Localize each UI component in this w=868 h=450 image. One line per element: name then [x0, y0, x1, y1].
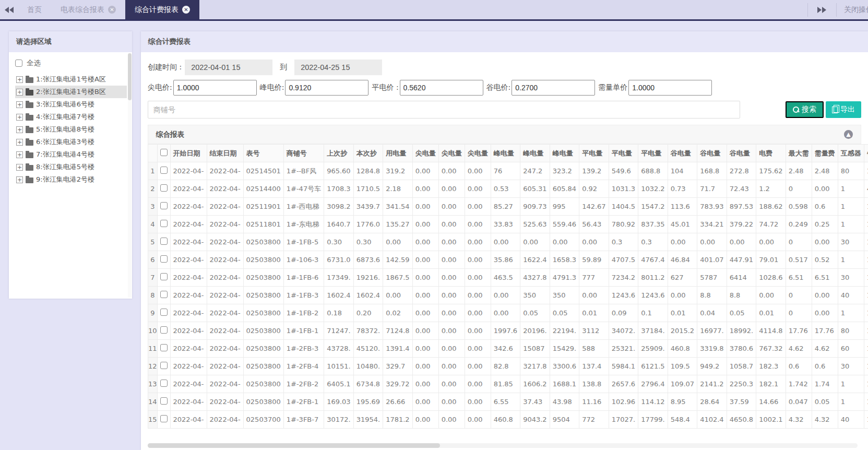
header-cell: 结束日期 — [207, 145, 243, 162]
tab-label: 电表综合报表 — [61, 5, 104, 15]
export-button[interactable]: 导出 — [826, 101, 861, 118]
row-checkbox[interactable] — [160, 167, 168, 174]
tree-item[interactable]: +5:张江集电港8号楼 — [15, 123, 127, 136]
horizontal-scrollbar-thumb[interactable] — [148, 443, 440, 448]
row-checkbox[interactable] — [160, 184, 168, 192]
table-cell: 43.98 — [550, 393, 579, 411]
expand-icon[interactable]: + — [16, 176, 23, 183]
table-cell: 1 — [838, 393, 864, 411]
tab-首页[interactable]: 首页 — [18, 0, 51, 19]
expand-icon[interactable]: + — [16, 89, 23, 96]
header-cell: 尖电量 — [438, 145, 465, 162]
table-cell: 31954. — [353, 411, 383, 429]
sidebar-scrollbar-thumb[interactable] — [128, 53, 132, 100]
row-checkbox[interactable] — [160, 326, 168, 334]
tree-item[interactable]: +9:张江集电港2号楼 — [15, 173, 127, 186]
table-cell: 0.00 — [491, 233, 520, 251]
table-cell: 0.00 — [438, 411, 465, 429]
expand-icon[interactable]: + — [16, 101, 23, 108]
close-tab-icon[interactable]: ✕ — [182, 6, 190, 14]
table-cell: 1590301 — [864, 233, 868, 251]
price-input[interactable] — [400, 80, 483, 96]
row-checkbox-cell — [157, 304, 170, 322]
tree-item[interactable]: +4:张江集电港7号楼 — [15, 111, 127, 123]
row-number: 1 — [148, 162, 158, 180]
table-cell: 1#-东电梯 — [283, 216, 324, 233]
row-checkbox[interactable] — [160, 273, 168, 280]
table-cell: 1590292 — [864, 287, 868, 304]
table-cell: 2022-04- — [207, 411, 243, 429]
table-cell: 1002.1 — [756, 411, 786, 429]
price-input[interactable] — [628, 80, 712, 96]
select-all-rows-checkbox[interactable] — [160, 149, 168, 156]
table-cell: 02503800 — [243, 233, 283, 251]
tab-电表综合报表[interactable]: 电表综合报表✕ — [51, 0, 125, 19]
table-cell: 2022-04- — [170, 216, 207, 233]
price-label: 需量单价 — [598, 83, 627, 92]
collapse-up-icon[interactable]: ▲ — [844, 130, 853, 139]
row-checkbox[interactable] — [160, 202, 168, 209]
close-tab-icon[interactable]: ✕ — [108, 6, 116, 14]
row-checkbox[interactable] — [160, 291, 168, 298]
expand-icon[interactable]: + — [16, 114, 23, 121]
row-checkbox-cell — [157, 162, 170, 180]
row-checkbox[interactable] — [160, 397, 168, 405]
scroll-tabs-left-button[interactable] — [0, 0, 18, 19]
table-cell: 1#-西电梯 — [283, 198, 324, 216]
price-input[interactable] — [512, 80, 595, 96]
row-checkbox[interactable] — [160, 362, 168, 369]
row-checkbox[interactable] — [160, 380, 168, 387]
expand-icon[interactable]: + — [16, 76, 23, 83]
table-row: 42022-04-2022-04-025118011#-东电梯1640.7177… — [148, 216, 868, 233]
row-checkbox[interactable] — [160, 238, 168, 245]
close-operations-button[interactable]: 关闭操作 — [837, 5, 868, 15]
date-from-input[interactable] — [185, 60, 272, 75]
table-cell: 2022-04- — [170, 375, 207, 393]
price-input[interactable] — [285, 80, 368, 96]
tree-item[interactable]: +2:张江集电港1号楼B区 — [15, 86, 127, 98]
header-cell: 峰电量 — [520, 145, 550, 162]
row-checkbox[interactable] — [160, 309, 168, 316]
table-cell: 548.4 — [668, 411, 697, 429]
tab-综合计费报表[interactable]: 综合计费报表✕ — [125, 0, 199, 19]
expand-icon[interactable]: + — [16, 126, 23, 133]
table-cell: 4767.4 — [638, 251, 668, 269]
sidebar-scrollbar[interactable] — [128, 53, 132, 298]
table-cell: 56.43 — [579, 216, 609, 233]
table-cell: 168.8 — [697, 162, 727, 180]
row-checkbox[interactable] — [160, 255, 168, 263]
table-cell: 1#-1FB-5 — [283, 233, 324, 251]
price-input[interactable] — [173, 80, 257, 96]
tree-item[interactable]: +1:张江集电港1号楼A区 — [15, 73, 127, 86]
table-cell: 0.00 — [756, 233, 786, 251]
table-cell: 0.00 — [812, 180, 838, 198]
double-chevron-left-icon — [4, 7, 14, 13]
table-cell: 2796.4 — [638, 375, 668, 393]
tree-item[interactable]: +3:张江集电港6号楼 — [15, 98, 127, 111]
tree-item[interactable]: +8:张江集电港5号楼 — [15, 161, 127, 173]
date-to-input[interactable] — [294, 60, 382, 75]
tree-item[interactable]: +7:张江集电港4号楼 — [15, 148, 127, 161]
expand-icon[interactable]: + — [16, 164, 23, 171]
select-all-checkbox[interactable] — [15, 60, 22, 67]
table-cell: 0.249 — [786, 216, 812, 233]
expand-icon[interactable]: + — [16, 139, 23, 146]
horizontal-scrollbar[interactable] — [148, 443, 858, 448]
tree-item[interactable]: +6:张江集电港3号楼 — [15, 136, 127, 148]
table-cell: 0.00 — [438, 269, 465, 287]
table-cell: 4650.8 — [727, 411, 756, 429]
row-checkbox[interactable] — [160, 344, 168, 351]
table-cell: 8011.2 — [638, 269, 668, 287]
select-all-row[interactable]: 全选 — [15, 58, 127, 68]
shop-number-input[interactable] — [148, 101, 740, 119]
row-checkbox[interactable] — [160, 220, 168, 227]
row-checkbox[interactable] — [160, 415, 168, 422]
expand-icon[interactable]: + — [16, 151, 23, 158]
table-cell: 0.00 — [812, 287, 838, 304]
scroll-tabs-right-button[interactable] — [808, 7, 836, 13]
search-button[interactable]: 搜索 — [786, 101, 824, 118]
row-checkbox-cell — [157, 233, 170, 251]
table-cell: 2022-04- — [170, 322, 207, 340]
table-cell: 02503800 — [243, 287, 283, 304]
table-cell: 33.83 — [491, 216, 520, 233]
